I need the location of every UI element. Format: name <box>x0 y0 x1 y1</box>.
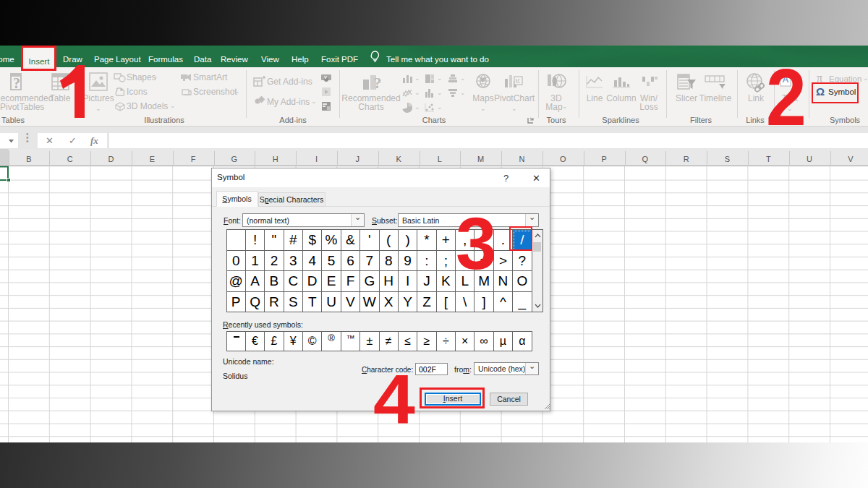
svg-text:?: ? <box>374 74 382 92</box>
svg-text:?: ? <box>13 75 20 91</box>
svg-text:v: v <box>324 74 327 80</box>
